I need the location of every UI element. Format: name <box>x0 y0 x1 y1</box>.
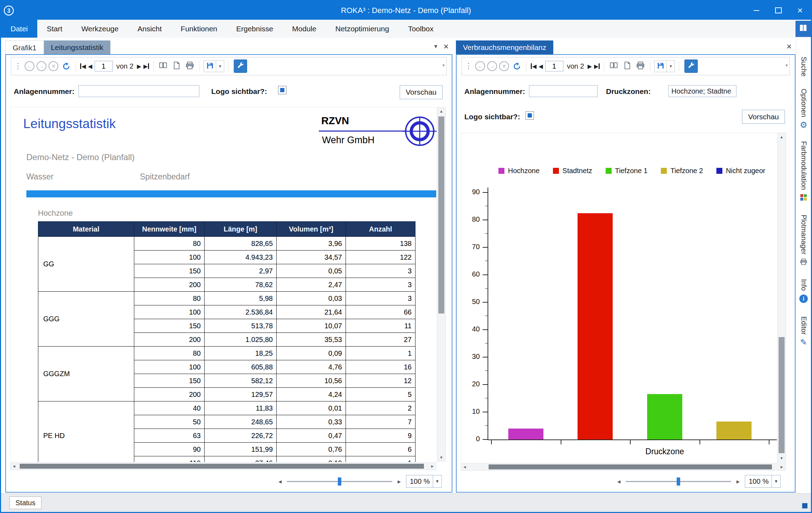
print-button[interactable] <box>184 60 195 72</box>
first-page-button[interactable]: ◀ <box>530 63 536 70</box>
chart-horizontal-scrollbar[interactable]: ◄ ► <box>461 463 786 471</box>
refresh-button[interactable] <box>60 60 72 72</box>
parameters-toggle-button[interactable] <box>234 59 247 73</box>
logo-sichtbar-checkbox[interactable] <box>526 111 534 120</box>
page-setup-button[interactable] <box>171 60 182 72</box>
multipage-view-button[interactable] <box>608 60 619 72</box>
side-tab-suche[interactable]: Suche <box>800 57 808 77</box>
maximize-button[interactable] <box>767 1 789 20</box>
next-page-button[interactable]: ▶ <box>588 63 592 70</box>
parameters-toggle-button[interactable] <box>684 59 698 73</box>
scrollbar-thumb[interactable] <box>20 464 424 469</box>
stop-button[interactable]: ✕ <box>49 61 58 71</box>
tab-leitungsstatistik[interactable]: Leitungsstatistik <box>44 40 110 54</box>
report-horizontal-scrollbar[interactable]: ◄ ► <box>10 462 436 470</box>
menu-ergebnisse[interactable]: Ergebnisse <box>227 20 283 38</box>
chart-vertical-scrollbar[interactable]: ▲ ▼ <box>777 133 786 462</box>
refresh-button[interactable] <box>511 60 522 72</box>
print-button[interactable] <box>635 60 646 72</box>
page-number-input[interactable] <box>545 61 563 71</box>
side-tab-farbmodulation[interactable]: Farbmodulation <box>800 141 808 203</box>
palette-icon <box>800 194 807 203</box>
wrench-icon <box>236 61 245 71</box>
zoom-slider[interactable] <box>287 481 392 482</box>
vorschau-button[interactable]: Vorschau <box>742 110 785 124</box>
value-cell: 5 <box>346 388 415 401</box>
tab-grafik1[interactable]: Grafik1 <box>5 40 44 54</box>
last-page-button[interactable]: ▶ <box>594 63 600 70</box>
panel-close-icon[interactable]: ✕ <box>786 43 792 51</box>
scrollbar-thumb[interactable] <box>489 464 772 469</box>
next-page-button[interactable]: ▶ <box>137 63 141 70</box>
side-tab-editor[interactable]: Editor <box>800 316 808 347</box>
zoom-level-combo[interactable]: 100 % ▼ <box>406 475 442 488</box>
back-button[interactable]: ← <box>25 61 34 71</box>
zoom-slider-thumb[interactable] <box>677 477 680 486</box>
prev-page-button[interactable]: ◀ <box>88 63 92 70</box>
multipage-view-button[interactable] <box>157 60 169 72</box>
anlagennummer-input[interactable] <box>78 85 199 97</box>
zoom-out-arrow[interactable]: ◄ <box>616 479 621 484</box>
menu-module[interactable]: Module <box>283 20 326 38</box>
toolbar-grip-icon[interactable]: ⋮ <box>465 62 472 71</box>
forward-button[interactable]: → <box>487 61 497 71</box>
save-button[interactable] <box>654 60 667 72</box>
zoom-dropdown-button[interactable]: ▼ <box>433 475 442 487</box>
menu-funktionen[interactable]: Funktionen <box>171 20 227 38</box>
save-button[interactable] <box>204 60 216 72</box>
zoom-in-arrow[interactable]: ► <box>735 479 741 484</box>
scroll-right-arrow[interactable]: ► <box>778 463 785 470</box>
logo-sichtbar-checkbox[interactable] <box>278 86 286 94</box>
scroll-left-arrow[interactable]: ◄ <box>11 463 18 470</box>
panel-close-icon[interactable]: ✕ <box>443 43 449 51</box>
report-vertical-scrollbar[interactable]: ▲ ▼ <box>437 107 446 462</box>
forward-button[interactable]: → <box>37 61 46 71</box>
prev-page-button[interactable]: ◀ <box>539 63 543 70</box>
scrollbar-thumb[interactable] <box>438 116 444 314</box>
menu-datei[interactable]: Datei <box>1 20 37 38</box>
side-tab-info[interactable]: Info <box>799 279 808 304</box>
menu-toolbox[interactable]: Toolbox <box>399 20 443 38</box>
menu-ansicht[interactable]: Ansicht <box>128 20 171 38</box>
toolbar-overflow-icon[interactable]: ▾ <box>785 63 788 68</box>
tab-verbrauchsmengenbilanz[interactable]: Verbrauchsmengenbilanz <box>456 40 553 54</box>
side-tab-plotmanager[interactable]: Plotmanager <box>800 215 808 267</box>
menu-start[interactable]: Start <box>37 20 72 38</box>
resize-grip[interactable] <box>802 503 807 508</box>
scroll-right-arrow[interactable]: ► <box>429 463 436 470</box>
zoom-in-arrow[interactable]: ► <box>397 479 402 484</box>
save-dropdown-button[interactable]: ▾ <box>667 60 675 72</box>
menu-netzoptimierung[interactable]: Netzoptimierung <box>326 20 399 38</box>
druckzonen-input[interactable] <box>668 85 736 97</box>
back-button[interactable]: ← <box>475 61 485 71</box>
window-position-icon[interactable]: ▼ <box>433 43 438 49</box>
side-tab-optionen[interactable]: Optionen <box>800 89 808 129</box>
toolbar-overflow-icon[interactable]: ▾ <box>442 63 445 68</box>
last-page-button[interactable]: ▶ <box>143 63 149 70</box>
zoom-slider[interactable] <box>626 481 731 482</box>
minimize-button[interactable] <box>746 1 767 20</box>
close-button[interactable]: ✕ <box>789 1 811 20</box>
scroll-up-arrow[interactable]: ▲ <box>437 107 445 115</box>
y-minor-tick <box>485 425 488 426</box>
stop-button[interactable]: ✕ <box>499 61 509 71</box>
scrollbar-thumb[interactable] <box>779 337 785 453</box>
menu-werkzeuge[interactable]: Werkzeuge <box>72 20 128 38</box>
save-dropdown-button[interactable]: ▾ <box>216 60 224 72</box>
scroll-down-arrow[interactable]: ▼ <box>437 454 445 461</box>
vorschau-button[interactable]: Vorschau <box>400 85 443 99</box>
scroll-up-arrow[interactable]: ▲ <box>778 133 786 141</box>
zoom-out-arrow[interactable]: ◄ <box>277 479 283 484</box>
first-page-button[interactable]: ◀ <box>80 63 86 70</box>
help-button[interactable] <box>795 21 811 37</box>
scroll-left-arrow[interactable]: ◄ <box>461 463 468 470</box>
page-setup-button[interactable] <box>621 60 633 72</box>
scroll-down-arrow[interactable]: ▼ <box>778 454 786 462</box>
status-tab[interactable]: Status <box>9 496 41 509</box>
zoom-slider-thumb[interactable] <box>338 477 341 486</box>
zoom-level-combo[interactable]: 100 % ▼ <box>745 475 781 488</box>
page-number-input[interactable] <box>95 61 113 71</box>
anlagennummer-input[interactable] <box>529 85 598 97</box>
zoom-dropdown-button[interactable]: ▼ <box>772 475 780 487</box>
toolbar-grip-icon[interactable]: ⋮ <box>14 62 22 71</box>
